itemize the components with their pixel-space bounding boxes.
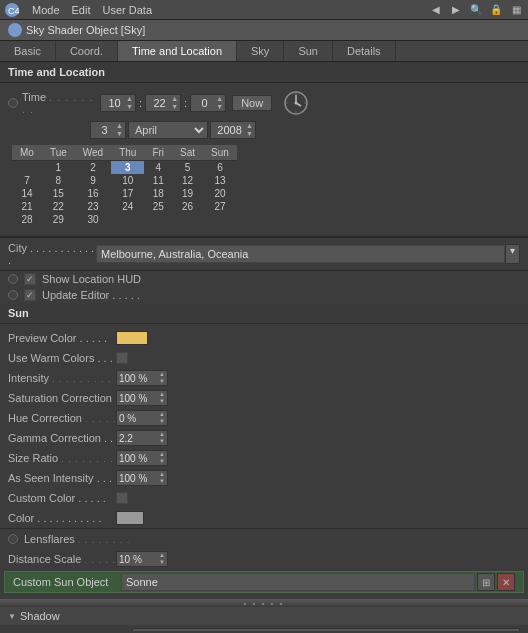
second-arrows[interactable]: ▲ ▼: [216, 95, 223, 111]
minute-down[interactable]: ▼: [171, 103, 178, 111]
tab-sky[interactable]: Sky: [237, 41, 284, 61]
cal-cell[interactable]: 2: [75, 161, 111, 175]
cal-cell[interactable]: 24: [111, 200, 144, 213]
size-arrows[interactable]: ▲▼: [159, 451, 165, 465]
hour-up[interactable]: ▲: [126, 95, 133, 103]
cal-cell[interactable]: 18: [144, 187, 172, 200]
tab-coord[interactable]: Coord.: [56, 41, 118, 61]
cal-cell[interactable]: 23: [75, 200, 111, 213]
tab-time-location[interactable]: Time and Location: [118, 41, 237, 61]
cal-cell[interactable]: 22: [42, 200, 75, 213]
year-spinbox[interactable]: 2008 ▲ ▼: [210, 121, 256, 139]
cal-cell[interactable]: 13: [203, 174, 237, 187]
search-icon[interactable]: 🔍: [468, 2, 484, 18]
cal-cell[interactable]: 30: [75, 213, 111, 226]
size-box[interactable]: 100 % ▲▼: [116, 450, 168, 466]
hue-arrows[interactable]: ▲▼: [159, 411, 165, 425]
year-up[interactable]: ▲: [246, 122, 253, 130]
gamma-box[interactable]: 2.2 ▲▼: [116, 430, 168, 446]
menu-mode[interactable]: Mode: [26, 4, 66, 16]
custom-color-check[interactable]: [116, 492, 128, 504]
custom-object-link-btn[interactable]: ⊞: [477, 573, 495, 591]
time-inputs: 10 ▲ ▼ : 22 ▲ ▼ :: [100, 89, 310, 117]
cal-cell[interactable]: 17: [111, 187, 144, 200]
month-select[interactable]: JanuaryFebruaryMarch AprilMayJune JulyAu…: [128, 121, 208, 139]
drag-handle[interactable]: • • • • •: [0, 599, 528, 607]
cal-cell[interactable]: 21: [12, 200, 42, 213]
hue-box[interactable]: 0 % ▲▼: [116, 410, 168, 426]
tab-details[interactable]: Details: [333, 41, 396, 61]
saturation-arrows[interactable]: ▲▼: [159, 391, 165, 405]
use-warm-check[interactable]: [116, 352, 128, 364]
arrow-left-icon[interactable]: ◀: [428, 2, 444, 18]
tab-sun[interactable]: Sun: [284, 41, 333, 61]
cal-cell[interactable]: 15: [42, 187, 75, 200]
second-down[interactable]: ▼: [216, 103, 223, 111]
intensity-box[interactable]: 100 % ▲▼: [116, 370, 168, 386]
time-radio[interactable]: [8, 98, 18, 108]
hour-down[interactable]: ▼: [126, 103, 133, 111]
minute-up[interactable]: ▲: [171, 95, 178, 103]
year-arrows[interactable]: ▲ ▼: [246, 122, 253, 138]
preview-color-swatch[interactable]: [116, 331, 148, 345]
cal-cell[interactable]: 9: [75, 174, 111, 187]
menu-userdata[interactable]: User Data: [97, 4, 159, 16]
cal-cell[interactable]: 3: [111, 161, 144, 175]
minute-arrows[interactable]: ▲ ▼: [171, 95, 178, 111]
shadow-section-header[interactable]: ▼ Shadow: [0, 607, 528, 625]
update-editor-check[interactable]: ✓: [24, 289, 36, 301]
menu-edit[interactable]: Edit: [66, 4, 97, 16]
cal-cell[interactable]: 14: [12, 187, 42, 200]
cal-cell[interactable]: 29: [42, 213, 75, 226]
cal-cell[interactable]: 10: [111, 174, 144, 187]
intensity-label: Intensity . . . . . . . . . . . .: [8, 372, 116, 384]
cal-cell[interactable]: 16: [75, 187, 111, 200]
cal-cell[interactable]: 27: [203, 200, 237, 213]
second-up[interactable]: ▲: [216, 95, 223, 103]
day-down[interactable]: ▼: [116, 130, 123, 138]
city-dropdown-btn[interactable]: ▾: [505, 244, 520, 264]
show-location-radio[interactable]: [8, 274, 18, 284]
lock-icon[interactable]: 🔒: [488, 2, 504, 18]
year-down[interactable]: ▼: [246, 130, 253, 138]
grid-icon[interactable]: ▦: [508, 2, 524, 18]
cal-cell[interactable]: 4: [144, 161, 172, 175]
lensflares-radio[interactable]: [8, 534, 18, 544]
cal-cell[interactable]: 19: [172, 187, 203, 200]
distance-arrows[interactable]: ▲▼: [159, 552, 165, 566]
saturation-box[interactable]: 100 % ▲▼: [116, 390, 168, 406]
cal-cell[interactable]: 12: [172, 174, 203, 187]
shadow-type-select[interactable]: Area Ray Traced (Hard) Shadow Maps (Soft…: [132, 628, 520, 631]
as-seen-box[interactable]: 100 % ▲▼: [116, 470, 168, 486]
update-editor-radio[interactable]: [8, 290, 18, 300]
cal-cell[interactable]: 11: [144, 174, 172, 187]
day-arrows[interactable]: ▲ ▼: [116, 122, 123, 138]
custom-sun-object-input[interactable]: [121, 573, 475, 591]
cal-cell[interactable]: 28: [12, 213, 42, 226]
gamma-arrows[interactable]: ▲▼: [159, 431, 165, 445]
saturation-row: Saturation Correction 100 % ▲▼: [0, 388, 528, 408]
show-location-check[interactable]: ✓: [24, 273, 36, 285]
distance-box[interactable]: 10 % ▲▼: [116, 551, 168, 567]
cal-cell[interactable]: 20: [203, 187, 237, 200]
second-spinbox[interactable]: 0 ▲ ▼: [190, 94, 226, 112]
now-button[interactable]: Now: [232, 95, 272, 111]
cal-cell[interactable]: 8: [42, 174, 75, 187]
custom-object-clear-btn[interactable]: ✕: [497, 573, 515, 591]
minute-spinbox[interactable]: 22 ▲ ▼: [145, 94, 181, 112]
tab-basic[interactable]: Basic: [0, 41, 56, 61]
as-seen-arrows[interactable]: ▲▼: [159, 471, 165, 485]
cal-cell[interactable]: 26: [172, 200, 203, 213]
color-swatch[interactable]: [116, 511, 144, 525]
hour-arrows[interactable]: ▲ ▼: [126, 95, 133, 111]
cal-cell[interactable]: 7: [12, 174, 42, 187]
cal-cell[interactable]: 1: [42, 161, 75, 175]
hour-spinbox[interactable]: 10 ▲ ▼: [100, 94, 136, 112]
cal-cell[interactable]: 6: [203, 161, 237, 175]
day-up[interactable]: ▲: [116, 122, 123, 130]
intensity-arrows[interactable]: ▲▼: [159, 371, 165, 385]
cal-cell[interactable]: 25: [144, 200, 172, 213]
arrow-right-icon[interactable]: ▶: [448, 2, 464, 18]
day-spinbox[interactable]: 3 ▲ ▼: [90, 121, 126, 139]
cal-cell[interactable]: 5: [172, 161, 203, 175]
